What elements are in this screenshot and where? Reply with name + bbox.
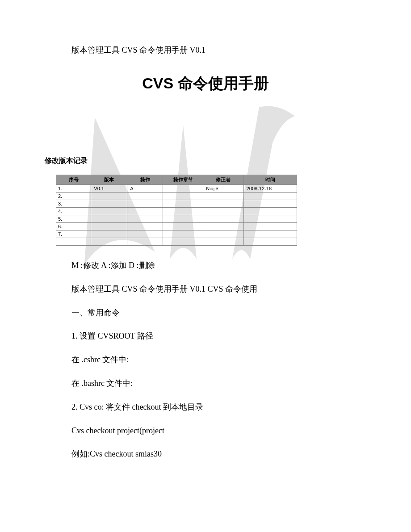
table-cell-op [127, 215, 163, 223]
table-cell-auth [203, 200, 244, 208]
table-cell-time [243, 238, 297, 246]
table-cell-time [243, 208, 297, 215]
table-cell-sect [163, 193, 203, 200]
table-cell-idx: 6. [56, 223, 91, 230]
table-cell-sect [163, 208, 203, 215]
th-index: 序号 [56, 175, 91, 185]
table-cell-idx: 1. [56, 185, 91, 193]
table-cell-time [243, 200, 297, 208]
paragraph: 2. Cvs co: 将文件 checkout 到本地目录 [71, 401, 340, 414]
table-row: 6. [56, 223, 297, 230]
table-cell-ver [91, 215, 127, 223]
table-cell-idx: 3. [56, 200, 91, 208]
table-cell-auth [203, 193, 244, 200]
table-cell-ver: V0.1 [91, 185, 127, 193]
table-row [56, 238, 297, 246]
table-header-row: 序号 版本 操作 操作章节 修正者 时间 [56, 175, 297, 185]
table-cell-time [243, 193, 297, 200]
table-cell-auth [203, 223, 244, 230]
th-author: 修正者 [203, 175, 244, 185]
revision-table: 序号 版本 操作 操作章节 修正者 时间 1.V0.1ANiujie2008-1… [56, 175, 297, 246]
paragraph: 在 .bashrc 文件中: [71, 377, 340, 390]
table-cell-time [243, 215, 297, 223]
table-cell-ver [91, 238, 127, 246]
table-cell-idx: 5. [56, 215, 91, 223]
th-version: 版本 [91, 175, 127, 185]
table-cell-op: A [127, 185, 163, 193]
paragraph: 版本管理工具 CVS 命令使用手册 V0.1 CVS 命令使用 [71, 283, 340, 296]
table-cell-auth [203, 230, 244, 238]
table-cell-idx: 4. [56, 208, 91, 215]
table-cell-ver [91, 208, 127, 215]
paragraph: 一、常用命令 [71, 306, 340, 319]
th-operation: 操作 [127, 175, 163, 185]
table-cell-idx: 7. [56, 230, 91, 238]
table-cell-auth: Niujie [203, 185, 244, 193]
table-row: 2. [56, 193, 297, 200]
table-cell-idx: 2. [56, 193, 91, 200]
table-cell-op [127, 230, 163, 238]
paragraph: 1. 设置 CVSROOT 路径 [71, 330, 340, 343]
table-cell-time [243, 223, 297, 230]
th-time: 时间 [243, 175, 297, 185]
table-cell-auth [203, 238, 244, 246]
table-row: 1.V0.1ANiujie2008-12-18 [56, 185, 297, 193]
table-cell-ver [91, 230, 127, 238]
table-cell-sect [163, 200, 203, 208]
paragraph: Cvs checkout project(project [71, 424, 340, 437]
main-title: CVS 命令使用手册 [142, 73, 268, 94]
table-row: 4. [56, 208, 297, 215]
table-row: 5. [56, 215, 297, 223]
table-cell-idx [56, 238, 91, 246]
table-cell-op [127, 208, 163, 215]
table-cell-auth [203, 208, 244, 215]
table-cell-auth [203, 215, 244, 223]
doc-header: 版本管理工具 CVS 命令使用手册 V0.1 [71, 45, 340, 55]
table-cell-sect [163, 230, 203, 238]
table-row: 7. [56, 230, 297, 238]
paragraph: M :修改 A :添加 D :删除 [71, 259, 340, 272]
table-cell-ver [91, 223, 127, 230]
table-row: 3. [56, 200, 297, 208]
table-cell-sect [163, 223, 203, 230]
th-section: 操作章节 [163, 175, 203, 185]
table-cell-op [127, 223, 163, 230]
table-cell-sect [163, 185, 203, 193]
revision-section-label: 修改版本记录 [45, 156, 340, 166]
paragraph: 例如:Cvs checkout smias30 [71, 448, 340, 461]
table-cell-ver [91, 193, 127, 200]
table-cell-ver [91, 200, 127, 208]
table-cell-sect [163, 238, 203, 246]
paragraph: 在 .cshrc 文件中: [71, 353, 340, 366]
table-cell-op [127, 193, 163, 200]
table-cell-sect [163, 215, 203, 223]
table-cell-op [127, 238, 163, 246]
table-cell-time: 2008-12-18 [243, 185, 297, 193]
table-cell-time [243, 230, 297, 238]
table-cell-op [127, 200, 163, 208]
